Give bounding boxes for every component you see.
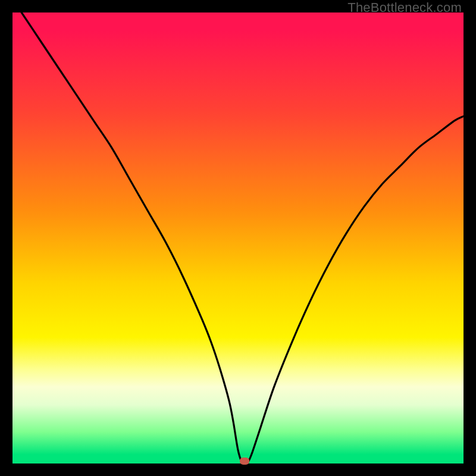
bottleneck-curve xyxy=(12,12,464,464)
optimum-marker xyxy=(240,458,249,465)
chart-frame: TheBottleneck.com xyxy=(0,0,476,476)
plot-area xyxy=(12,12,464,464)
